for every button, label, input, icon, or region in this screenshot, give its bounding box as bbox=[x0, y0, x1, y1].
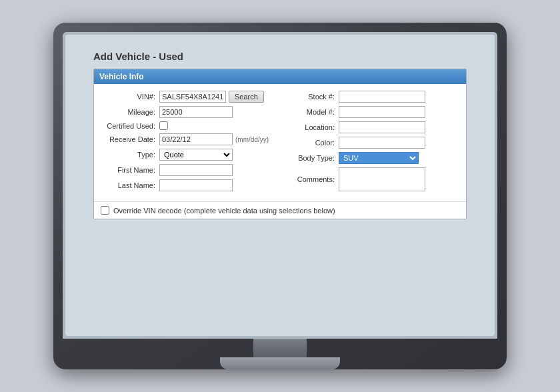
lastname-row: Last Name: bbox=[106, 179, 275, 191]
lastname-input[interactable] bbox=[159, 179, 233, 191]
section-header: Vehicle Info bbox=[94, 69, 466, 84]
mileage-row: Mileage: bbox=[106, 106, 275, 118]
firstname-row: First Name: bbox=[106, 164, 275, 176]
type-label: Type: bbox=[106, 151, 159, 159]
vehicle-info-section: Vehicle Info VIN#: Search bbox=[93, 69, 467, 219]
color-label: Color: bbox=[285, 139, 339, 147]
color-input[interactable] bbox=[339, 137, 425, 149]
location-label: Location: bbox=[285, 123, 339, 131]
bodytype-row: Body Type: SUV Sedan Truck Van Coupe Con… bbox=[285, 152, 454, 164]
firstname-input[interactable] bbox=[159, 164, 233, 176]
stock-row: Stock #: bbox=[285, 91, 454, 103]
left-column: VIN#: Search Mileage: Certified Used: bbox=[101, 89, 280, 196]
stock-label: Stock #: bbox=[285, 93, 339, 101]
location-row: Location: bbox=[285, 121, 454, 133]
override-row: Override VIN decode (complete vehicle da… bbox=[94, 201, 466, 219]
form-container: Add Vehicle - Used Vehicle Info VIN#: Se… bbox=[93, 51, 467, 229]
receive-hint: (mm/dd/yy) bbox=[235, 136, 269, 143]
certified-label: Certified Used: bbox=[106, 122, 159, 130]
screen: Add Vehicle - Used Vehicle Info VIN#: Se… bbox=[65, 35, 495, 336]
right-column: Stock #: Model #: Location: bbox=[280, 89, 459, 196]
certified-checkbox[interactable] bbox=[159, 121, 168, 130]
certified-row: Certified Used: bbox=[106, 121, 275, 130]
receive-row: Receive Date: (mm/dd/yy) bbox=[106, 133, 275, 145]
receive-label: Receive Date: bbox=[106, 135, 159, 143]
mileage-input[interactable] bbox=[159, 106, 233, 118]
model-input[interactable] bbox=[339, 106, 425, 118]
firstname-label: First Name: bbox=[106, 166, 159, 174]
model-label: Model #: bbox=[285, 108, 339, 116]
monitor-stand-base bbox=[220, 357, 340, 369]
type-row: Type: Quote Sale Lease bbox=[106, 149, 275, 161]
monitor: Add Vehicle - Used Vehicle Info VIN#: Se… bbox=[53, 23, 507, 369]
location-input[interactable] bbox=[339, 121, 425, 133]
receive-input[interactable] bbox=[159, 133, 233, 145]
override-checkbox[interactable] bbox=[101, 206, 109, 215]
search-button[interactable]: Search bbox=[229, 91, 264, 103]
page-title: Add Vehicle - Used bbox=[93, 51, 467, 62]
form-grid: VIN#: Search Mileage: Certified Used: bbox=[101, 89, 459, 196]
comments-label: Comments: bbox=[285, 175, 339, 183]
screen-bezel: Add Vehicle - Used Vehicle Info VIN#: Se… bbox=[63, 32, 497, 339]
lastname-label: Last Name: bbox=[106, 181, 159, 189]
type-select[interactable]: Quote Sale Lease bbox=[159, 149, 233, 161]
mileage-label: Mileage: bbox=[106, 108, 159, 116]
vin-row: VIN#: Search bbox=[106, 91, 275, 103]
override-label: Override VIN decode (complete vehicle da… bbox=[113, 207, 335, 215]
stock-input[interactable] bbox=[339, 91, 425, 103]
comments-textarea[interactable] bbox=[339, 167, 425, 191]
section-body: VIN#: Search Mileage: Certified Used: bbox=[94, 84, 466, 201]
comments-row: Comments: bbox=[285, 167, 454, 191]
color-row: Color: bbox=[285, 137, 454, 149]
bodytype-label: Body Type: bbox=[285, 154, 339, 162]
bodytype-select[interactable]: SUV Sedan Truck Van Coupe Convertible bbox=[339, 152, 419, 164]
model-row: Model #: bbox=[285, 106, 454, 118]
vin-input[interactable] bbox=[159, 91, 226, 103]
monitor-stand-neck bbox=[253, 339, 307, 357]
vin-label: VIN#: bbox=[106, 93, 159, 101]
